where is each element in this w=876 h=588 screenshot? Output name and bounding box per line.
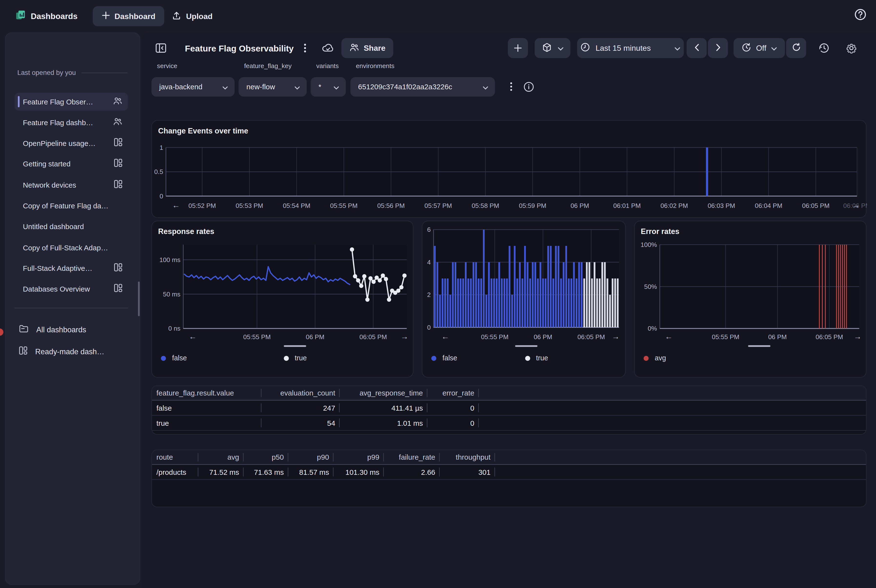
svg-text:06:01 PM: 06:01 PM [613, 202, 641, 209]
top-bar: Dashboards Dashboard Upload [0, 0, 876, 33]
sidebar-item[interactable]: OpenPipeline usage… [15, 134, 128, 152]
sidebar-item[interactable]: Network devices [15, 176, 128, 194]
table-header-cell[interactable]: avg [198, 450, 243, 464]
cloud-sync-icon[interactable] [321, 42, 334, 54]
svg-text:05:57 PM: 05:57 PM [424, 202, 452, 209]
pan-right-arrow[interactable]: → [854, 332, 861, 341]
filter-kebab-menu-icon[interactable] [507, 81, 515, 93]
refresh-icon [791, 42, 801, 54]
variables-cube-button[interactable] [535, 38, 570, 58]
pan-right-arrow[interactable]: → [400, 332, 408, 341]
pan-left-arrow[interactable]: ← [665, 332, 673, 341]
edge-notification-badge [0, 328, 3, 336]
legend-item-false[interactable]: false [161, 354, 284, 362]
sidebar-item[interactable]: Full-Stack Adaptive… [15, 260, 128, 277]
legend-label: false [172, 354, 187, 362]
time-range-button[interactable]: Last 15 minutes [577, 38, 684, 58]
pan-right-arrow[interactable]: → [612, 332, 620, 341]
table-header-cell[interactable]: route [152, 450, 198, 464]
legend-item-avg[interactable]: avg [644, 354, 860, 362]
sidebar-footer-item[interactable]: All dashboards [15, 320, 128, 339]
table-cell: 54 [262, 416, 340, 430]
filter-info-icon[interactable] [524, 81, 534, 92]
table-header-cell[interactable]: evaluation_count [262, 386, 340, 400]
chart-legend: falsetrue [431, 354, 619, 362]
sidebar-item[interactable]: Untitled dashboard [15, 218, 128, 236]
chevron-down-icon [557, 44, 563, 53]
sidebar-item[interactable]: Feature Flag dashb… [15, 114, 128, 131]
svg-text:4: 4 [427, 259, 431, 266]
share-button[interactable]: Share [341, 38, 393, 58]
sidebar-item-label: Network devices [23, 181, 110, 189]
nav-dashboards[interactable]: Dashboards [16, 7, 78, 26]
table-header-cell[interactable]: failure_rate [384, 450, 440, 464]
refresh-button[interactable] [786, 38, 806, 58]
chevron-down-icon [294, 82, 300, 92]
table-header-cell[interactable]: p50 [243, 450, 288, 464]
layout-icon [110, 138, 123, 149]
table-cell: 2.66 [384, 465, 440, 479]
sidebar-item[interactable]: Feature Flag Obser… [15, 93, 128, 111]
filter-select-service[interactable]: java-backend [151, 77, 234, 97]
legend-color-dot [644, 356, 649, 361]
svg-text:06:05 PM: 06:05 PM [816, 333, 843, 340]
panel-response-rates: Response rates 05:55 PM06 PM06:05 PM0 ns… [151, 220, 413, 378]
legend-item-true[interactable]: true [284, 354, 406, 362]
pan-left-arrow[interactable]: ← [172, 201, 180, 210]
sidebar-item[interactable]: Copy of Full-Stack Adap… [15, 238, 128, 256]
filter-select-variants[interactable]: * [310, 77, 346, 97]
svg-text:0: 0 [160, 192, 163, 200]
chart-scroll-indicator[interactable] [748, 345, 771, 347]
people-icon [108, 117, 122, 128]
chevron-right-icon [716, 43, 721, 53]
sidebar-item[interactable]: Getting started [15, 155, 128, 173]
table-header-cell[interactable]: error_rate [427, 386, 479, 400]
pan-right-arrow[interactable]: → [852, 201, 860, 210]
legend-color-dot [431, 356, 436, 361]
sidebar-item[interactable]: Databases Overview [15, 280, 128, 298]
sidebar-scrollbar-thumb[interactable] [138, 282, 140, 316]
nav-dashboards-label: Dashboards [31, 12, 78, 21]
upload-icon [172, 11, 181, 22]
svg-text:06 PM: 06 PM [768, 333, 787, 340]
filter-select-environments[interactable]: 651209c374a1f02aa2a3226c [350, 77, 495, 97]
table-header-cell[interactable]: p99 [334, 450, 384, 464]
table-header-cell[interactable]: throughput [440, 450, 495, 464]
filter-label: service [157, 63, 177, 69]
title-kebab-menu-icon[interactable] [301, 42, 310, 54]
table-header-cell[interactable]: p90 [288, 450, 333, 464]
upload-button[interactable]: Upload [172, 6, 213, 26]
layout-icon [110, 263, 123, 274]
svg-text:100%: 100% [640, 241, 657, 248]
sidebar-item-label: Databases Overview [23, 285, 110, 293]
legend-label: avg [655, 354, 666, 362]
sidebar-footer-item[interactable]: Ready-made dash… [15, 342, 128, 361]
svg-text:05:58 PM: 05:58 PM [472, 202, 499, 209]
new-dashboard-button[interactable]: Dashboard [93, 6, 164, 26]
collapse-sidebar-icon[interactable] [155, 42, 167, 54]
filter-select-feature_flag_key[interactable]: new-flow [238, 77, 307, 97]
filter-label: feature_flag_key [244, 63, 292, 69]
legend-item-false[interactable]: false [431, 354, 525, 362]
settings-gear-icon[interactable] [845, 41, 858, 57]
sidebar-item[interactable]: Copy of Feature Flag da… [15, 197, 128, 215]
chart-scroll-indicator[interactable] [515, 345, 537, 347]
auto-refresh-button[interactable]: Off [734, 38, 785, 58]
table-header-cell[interactable]: avg_response_time [340, 386, 427, 400]
sidebar-divider [15, 308, 128, 308]
svg-text:06 PM: 06 PM [534, 333, 552, 340]
sidebar-item-label: Feature Flag Obser… [23, 98, 108, 106]
history-button[interactable] [818, 41, 831, 57]
chart-scroll-indicator[interactable] [284, 345, 306, 347]
table-header-cell[interactable]: feature_flag.result.value [152, 386, 262, 400]
table-cell: 411.41 µs [340, 400, 427, 415]
change-events-chart[interactable]: 05:52 PM05:53 PM05:54 PM05:55 PM05:56 PM… [152, 121, 867, 219]
add-panel-button[interactable] [508, 38, 528, 58]
time-back-button[interactable] [687, 38, 706, 58]
legend-item-true[interactable]: true [525, 354, 618, 362]
filter-value: java-backend [159, 83, 222, 91]
help-button[interactable] [854, 8, 867, 21]
pan-left-arrow[interactable]: ← [441, 332, 449, 341]
pan-left-arrow[interactable]: ← [189, 332, 196, 341]
time-forward-button[interactable] [708, 38, 728, 58]
